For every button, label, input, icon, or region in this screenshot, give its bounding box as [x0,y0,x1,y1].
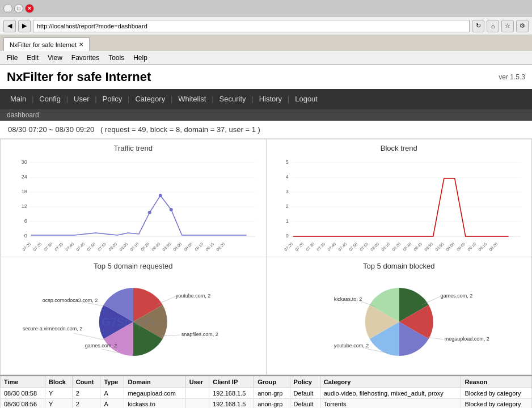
svg-point-12 [148,211,151,214]
cell-5 [185,399,209,409]
nav-history[interactable]: History [254,89,288,109]
refresh-button[interactable]: ↻ [472,20,484,32]
col-category: Category [320,376,461,388]
nav-whitelist[interactable]: Whitelist [172,89,212,109]
menu-help[interactable]: Help [129,53,152,63]
page-content: NxFilter for safe Internet ver 1.5.3 Mai… [0,65,532,408]
nav-category[interactable]: Category [129,89,171,109]
svg-text:09:20: 09:20 [216,242,225,252]
pie-charts-row: Top 5 domain requested G7SnapFr... [0,257,532,375]
title-bar: _ □ ✕ [0,0,532,17]
charts-row: Traffic trend 30 24 18 12 6 0 [0,139,532,257]
svg-text:07:30: 07:30 [305,242,315,252]
top-domain-requested-area: G7SnapFr... youtube.com, 2 [5,274,261,370]
svg-text:snapfiles.com, 2: snapfiles.com, 2 [181,332,218,337]
top-domain-requested-title: Top 5 domain requested [5,262,261,270]
address-bar[interactable] [33,20,470,32]
cell-10: Blocked by category [461,399,532,409]
browser-nav-bar: ◀ ▶ ↻ ⌂ ☆ ⚙ [0,17,532,35]
traffic-chart-panel: Traffic trend 30 24 18 12 6 0 [1,139,267,257]
svg-text:07:30: 07:30 [43,242,53,252]
top-domain-blocked-panel: Top 5 domain blocked games.com [267,257,532,375]
cell-3: A [100,388,124,399]
table-row: 08/30 08:56Y2Akickass.to192.168.1.5anon-… [1,399,532,409]
menu-bar: File Edit View Favorites Tools Help [0,51,532,65]
svg-text:07:25: 07:25 [294,242,304,252]
menu-favorites[interactable]: Favorites [67,53,104,63]
svg-text:07:50: 07:50 [86,242,96,252]
data-table: Time Block Count Type Domain User Client… [0,375,532,408]
menu-edit[interactable]: Edit [22,53,43,63]
svg-text:08:45: 08:45 [413,242,423,252]
nav-user[interactable]: User [68,89,95,109]
col-block: Block [45,376,72,388]
browser-chrome: _ □ ✕ ◀ ▶ ↻ ⌂ ☆ ⚙ NxFilter for safe Inte… [0,0,532,65]
svg-text:07:20: 07:20 [284,242,293,252]
nav-security[interactable]: Security [214,89,252,109]
stats-bar: 08/30 07:20 ~ 08/30 09:20 ( request = 49… [0,121,532,139]
svg-text:3: 3 [285,189,288,194]
svg-text:youtube.com, 2: youtube.com, 2 [176,293,211,299]
menu-view[interactable]: View [43,53,67,63]
app-header: NxFilter for safe Internet ver 1.5.3 [0,65,532,89]
nav-policy[interactable]: Policy [97,89,128,109]
cell-2: 2 [72,388,100,399]
cell-4: megaupload.com [124,388,185,399]
nav-config[interactable]: Config [33,89,66,109]
window-controls: _ □ ✕ [3,4,34,13]
col-policy: Policy [290,376,320,388]
svg-text:07:40: 07:40 [327,242,336,252]
svg-text:09:20: 09:20 [488,242,498,252]
tools-button[interactable]: ⚙ [516,20,529,32]
home-button[interactable]: ⌂ [487,20,499,32]
tab-label: NxFilter for safe Internet [10,41,77,48]
svg-text:08:40: 08:40 [402,242,412,252]
forward-button[interactable]: ▶ [18,20,31,32]
svg-text:megaupload.com, 2: megaupload.com, 2 [444,336,489,342]
table-row: 08/30 08:58Y2Amegaupload.com192.168.1.5a… [1,388,532,399]
svg-text:games.com, 2: games.com, 2 [85,343,117,348]
svg-text:08:20: 08:20 [391,242,401,252]
svg-point-14 [170,208,173,211]
traffic-chart-svg: 30 24 18 12 6 0 [5,156,261,252]
svg-text:12: 12 [22,203,27,209]
cell-8: Default [290,399,320,409]
svg-text:6: 6 [24,218,27,224]
cell-7: anon-grp [254,399,290,409]
cell-6: 192.168.1.5 [209,399,254,409]
cell-3: A [100,399,124,409]
star-button[interactable]: ☆ [501,20,514,32]
svg-text:08:40: 08:40 [151,242,161,252]
svg-text:1: 1 [285,218,288,224]
maximize-button[interactable]: □ [14,4,23,13]
menu-file[interactable]: File [2,53,22,63]
nav-main[interactable]: Main [5,89,32,109]
breadcrumb: dashboard [0,109,532,121]
minimize-button[interactable]: _ [3,4,12,13]
tab-close-button[interactable]: ✕ [79,41,83,48]
svg-text:09:15: 09:15 [205,242,214,252]
svg-point-13 [159,194,162,197]
back-button[interactable]: ◀ [3,20,16,32]
svg-text:07:40: 07:40 [65,242,74,252]
svg-text:08:10: 08:10 [381,242,390,252]
cell-2: 2 [72,399,100,409]
svg-text:18: 18 [22,189,27,194]
svg-text:09:05: 09:05 [456,242,466,252]
close-button[interactable]: ✕ [25,4,34,13]
nav-logout[interactable]: Logout [289,89,323,109]
svg-text:09:15: 09:15 [478,242,487,252]
cell-9: Torrents [320,399,461,409]
svg-text:09:00: 09:00 [172,242,182,252]
svg-text:games.com, 2: games.com, 2 [440,293,472,299]
svg-text:08:55: 08:55 [434,242,444,252]
cell-1: Y [45,399,72,409]
svg-text:07:45: 07:45 [75,242,85,252]
watermark: G7SnapFr... [102,316,164,329]
col-count: Count [72,376,100,388]
menu-tools[interactable]: Tools [104,53,129,63]
svg-text:07:55: 07:55 [359,242,369,252]
col-client-ip: Client IP [209,376,254,388]
block-chart-svg: 5 4 3 2 1 0 07:20 [271,156,527,252]
active-tab[interactable]: NxFilter for safe Internet ✕ [3,37,90,51]
